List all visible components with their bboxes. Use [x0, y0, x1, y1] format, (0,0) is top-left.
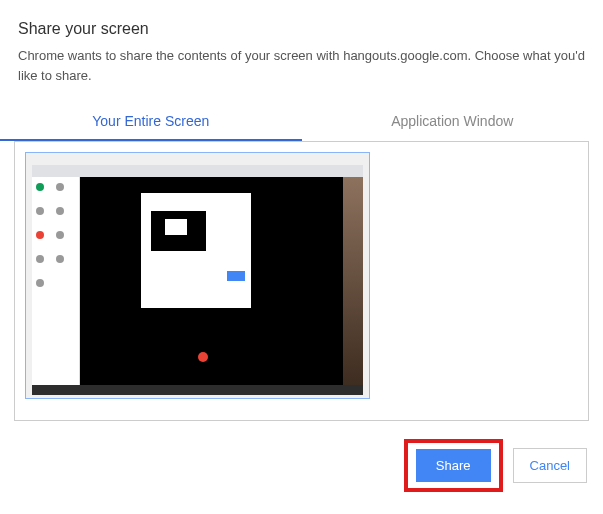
dialog-title: Share your screen	[0, 0, 603, 46]
tab-application-window[interactable]: Application Window	[302, 103, 604, 141]
cancel-button[interactable]: Cancel	[513, 448, 587, 483]
thumbnail-browser-chrome	[32, 165, 363, 177]
content-area	[14, 141, 589, 421]
thumbnail-hangup-icon	[198, 352, 208, 362]
thumbnail-sidebar	[32, 177, 80, 386]
tab-entire-screen[interactable]: Your Entire Screen	[0, 103, 302, 141]
screen-thumbnail[interactable]	[25, 152, 370, 399]
share-button[interactable]: Share	[416, 449, 491, 482]
tab-bar: Your Entire Screen Application Window	[0, 103, 603, 141]
dialog-footer: Share Cancel	[0, 421, 603, 510]
dialog-subtitle: Chrome wants to share the contents of yo…	[0, 46, 603, 103]
thumbnail-nested-dialog	[141, 193, 251, 308]
thumbnail-taskbar	[32, 385, 363, 395]
thumbnail-wallpaper-strip	[343, 177, 363, 386]
annotation-highlight: Share	[404, 439, 503, 492]
